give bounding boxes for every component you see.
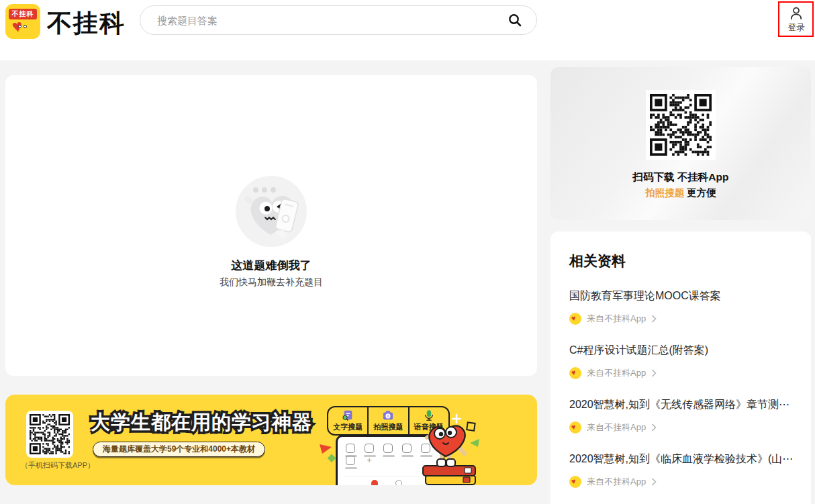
user-icon xyxy=(788,5,804,21)
download-app-card: 扫码下载 不挂科App 拍照搜题 更方便 xyxy=(550,67,811,220)
camera-icon xyxy=(382,409,394,421)
promo-banner[interactable]: （手机扫码下载APP） 大学生都在用的学习神器 大学生都在用的学习神器 海量题库… xyxy=(5,395,537,485)
decoration-shapes-left xyxy=(318,440,338,463)
download-highlight: 拍照搜题 xyxy=(645,187,684,198)
logo-eyes xyxy=(18,25,28,28)
app-badge-icon xyxy=(569,421,581,434)
search-bar[interactable] xyxy=(140,5,537,35)
related-item-3[interactable]: 2020智慧树,知到《无线传感器网络》章节测⋯ 来自不挂科App xyxy=(569,398,792,434)
page: 不挂科 ♥ 不挂科 登录 xyxy=(0,0,815,504)
search-input[interactable] xyxy=(157,15,507,26)
download-qr-frame xyxy=(646,90,716,160)
banner-subline-pill: 海量题库覆盖大学59个专业和4000+本教材 xyxy=(93,442,265,457)
related-materials-card: 相关资料 国防教育军事理论MOOC课答案 来自不挂科App C#程序设计试题汇总… xyxy=(550,232,811,504)
chevron-right-icon xyxy=(651,315,657,323)
banner-qr-code xyxy=(30,414,70,454)
empty-result-card: 这道题难倒我了 我们快马加鞭去补充题目 xyxy=(5,75,537,376)
login-label: 登录 xyxy=(788,22,805,34)
empty-state-subtitle: 我们快马加鞭去补充题目 xyxy=(5,276,537,289)
chevron-right-icon xyxy=(651,423,657,432)
related-item-2[interactable]: C#程序设计试题汇总(附答案) 来自不挂科App xyxy=(569,344,792,379)
login-button[interactable]: 登录 xyxy=(780,3,812,36)
search-icon[interactable] xyxy=(507,12,523,28)
related-title: 相关资料 xyxy=(569,252,792,270)
chevron-right-icon xyxy=(651,478,657,486)
download-text-line2: 拍照搜题 更方便 xyxy=(550,187,811,199)
brand-title: 不挂科 xyxy=(47,7,126,40)
app-logo[interactable]: 不挂科 ♥ xyxy=(5,4,40,39)
banner-qr-caption: （手机扫码下载APP） xyxy=(17,460,98,470)
app-badge-icon xyxy=(569,313,581,325)
app-badge-icon xyxy=(569,367,581,379)
app-badge-icon xyxy=(569,476,581,488)
header: 不挂科 ♥ 不挂科 登录 xyxy=(0,0,815,60)
chevron-right-icon xyxy=(651,369,657,377)
banner-qr-frame xyxy=(26,411,73,458)
empty-state-illustration xyxy=(234,173,308,247)
decoration-shapes-right xyxy=(450,413,482,448)
empty-state-title: 这道题难倒我了 xyxy=(5,258,537,273)
text-search-icon xyxy=(342,409,354,421)
download-text-line1: 扫码下载 不挂科App xyxy=(550,170,811,185)
feature-photo-search: 拍照搜题 xyxy=(367,407,408,434)
related-item-4[interactable]: 2020智慧树,知到《临床血液学检验技术》(山⋯ 来自不挂科App xyxy=(569,452,792,488)
download-qr-code xyxy=(650,94,712,156)
related-item-1[interactable]: 国防教育军事理论MOOC课答案 来自不挂科App xyxy=(569,289,792,325)
feature-text-search: 文字搜题 xyxy=(328,407,367,434)
